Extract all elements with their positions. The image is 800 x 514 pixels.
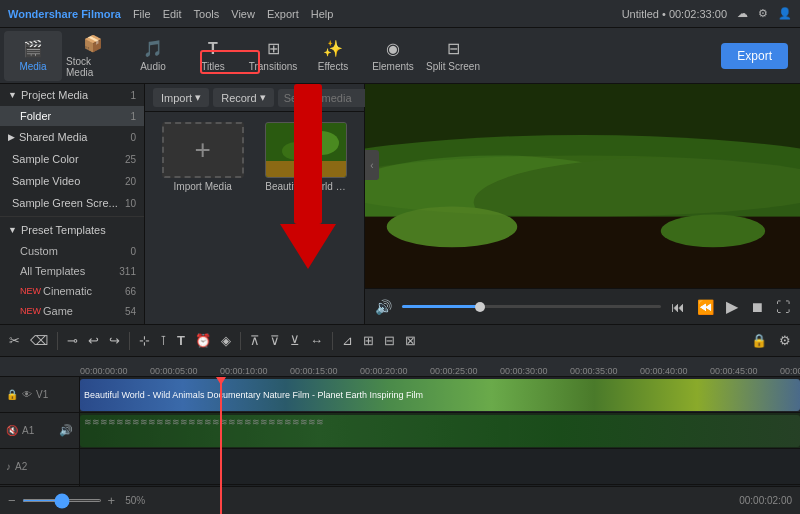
tl-speed[interactable]: ⊼ <box>247 331 263 350</box>
sidebar-item-game[interactable]: NEW Game 54 <box>0 301 144 321</box>
menu-help[interactable]: Help <box>311 8 334 20</box>
stop-button[interactable]: ⏹ <box>748 297 766 317</box>
tl-transition[interactable]: ⊿ <box>339 331 356 350</box>
record-button[interactable]: Record ▾ <box>213 88 273 107</box>
track-eye-icon[interactable]: 👁 <box>22 389 32 400</box>
shared-media-label: Shared Media <box>19 131 88 143</box>
playhead[interactable] <box>220 377 222 514</box>
sidebar-shared-media[interactable]: ▶ Shared Media 0 <box>0 126 144 148</box>
import-media-item[interactable]: + Import Media <box>155 122 251 192</box>
import-button[interactable]: Import ▾ <box>153 88 209 107</box>
video-thumb: ▶ ✓ <box>265 122 347 178</box>
zoom-slider[interactable] <box>22 499 102 502</box>
menu-edit[interactable]: Edit <box>163 8 182 20</box>
collapse-tab[interactable]: ‹ <box>365 150 379 180</box>
tl-select[interactable]: ⊹ <box>136 331 153 350</box>
video-clip[interactable]: Beautiful World - Wild Animals Documenta… <box>80 379 800 411</box>
track-lock-icon[interactable]: 🔒 <box>6 389 18 400</box>
play-button[interactable]: ▶ <box>724 295 740 318</box>
tl-audio-detach[interactable]: ⊻ <box>287 331 303 350</box>
toolbar-effects[interactable]: ✨ Effects <box>304 31 362 81</box>
sidebar-sample-video[interactable]: Sample Video 20 <box>0 170 144 192</box>
sidebar-item-cinematic[interactable]: NEW Cinematic 66 <box>0 281 144 301</box>
tl-zoom-out[interactable]: − <box>8 493 16 508</box>
tl-time[interactable]: ⏰ <box>192 331 214 350</box>
sidebar-item-all-templates[interactable]: All Templates 311 <box>0 261 144 281</box>
sidebar-preset-templates[interactable]: ▼ Preset Templates <box>0 219 144 241</box>
tl-pip[interactable]: ⊞ <box>360 331 377 350</box>
tl-marker[interactable]: ◈ <box>218 331 234 350</box>
tl-lock[interactable]: 🔒 <box>748 331 770 350</box>
project-media-label: Project Media <box>21 89 88 101</box>
user-icon[interactable]: 👤 <box>778 7 792 20</box>
preview-progress[interactable] <box>402 305 661 308</box>
audio-waveform: ≋≋≋≋≋≋≋≋≋≋≋≋≋≋≋≋≋≋≋≋≋≋≋≋≋≋≋≋≋≋ <box>80 417 328 427</box>
sidebar-divider <box>0 216 144 217</box>
record-chevron-icon: ▾ <box>260 91 266 104</box>
menu-view[interactable]: View <box>231 8 255 20</box>
window-title: Untitled • 00:02:33:00 <box>622 8 727 20</box>
all-templates-count: 311 <box>119 266 136 277</box>
timeline-toolbar: ✂ ⌫ ⊸ ↩ ↪ ⊹ ⊺ T ⏰ ◈ ⊼ ⊽ ⊻ ↔ ⊿ ⊞ ⊟ ⊠ 🔒 ⚙ <box>0 325 800 357</box>
preview-video <box>365 84 800 288</box>
tl-magnet[interactable]: ⊸ <box>64 331 81 350</box>
track-audio-icon[interactable]: 🔇 <box>6 425 18 436</box>
arrow-icon6: ▼ <box>8 225 17 235</box>
tl-freeze[interactable]: ⊠ <box>402 331 419 350</box>
track-header-video: 🔒 👁 V1 <box>0 377 79 413</box>
sample-green-count: 10 <box>125 198 136 209</box>
title-bar-right: Untitled • 00:02:33:00 ☁ ⚙ 👤 <box>622 7 792 20</box>
tl-crop[interactable]: ⊽ <box>267 331 283 350</box>
export-button[interactable]: Export <box>721 43 788 69</box>
menu-file[interactable]: File <box>133 8 151 20</box>
track-volume-icon[interactable]: 🔊 <box>59 424 73 437</box>
audio-icon: 🎵 <box>143 39 163 58</box>
tl-group[interactable]: ↔ <box>307 331 326 350</box>
track-music-icon[interactable]: ♪ <box>6 461 11 472</box>
toolbar-audio[interactable]: 🎵 Audio <box>124 31 182 81</box>
video-media-item[interactable]: ▶ ✓ Beautiful World - Wild A... <box>259 122 355 192</box>
tl-delete[interactable]: ⌫ <box>27 331 51 350</box>
fullscreen-button[interactable]: ⛶ <box>774 297 792 317</box>
toolbar-transitions[interactable]: ⊞ Transitions <box>244 31 302 81</box>
sidebar-sample-green[interactable]: Sample Green Scre... 10 <box>0 192 144 214</box>
toolbar-stock-media[interactable]: 📦 Stock Media <box>64 31 122 81</box>
tl-undo[interactable]: ↩ <box>85 331 102 350</box>
tl-clone[interactable]: ⊟ <box>381 331 398 350</box>
tl-blade-tool[interactable]: ✂ <box>6 331 23 350</box>
toolbar-media[interactable]: 🎬 Media <box>4 31 62 81</box>
volume-button[interactable]: 🔊 <box>373 297 394 317</box>
menu-export[interactable]: Export <box>267 8 299 20</box>
sidebar-project-media[interactable]: ▼ Project Media 1 <box>0 84 144 106</box>
tl-text[interactable]: T <box>174 331 188 350</box>
tl-zoom-in[interactable]: + <box>108 493 116 508</box>
rewind-button[interactable]: ⏮ <box>669 297 687 317</box>
audio-clip[interactable]: ≋≋≋≋≋≋≋≋≋≋≋≋≋≋≋≋≋≋≋≋≋≋≋≋≋≋≋≋≋≋ <box>80 415 800 447</box>
sidebar-item-custom[interactable]: Custom 0 <box>0 241 144 261</box>
menu-tools[interactable]: Tools <box>194 8 220 20</box>
sidebar-sample-color[interactable]: Sample Color 25 <box>0 148 144 170</box>
media-panel-header: Import ▾ Record ▾ ▽ ⊞ <box>145 84 364 112</box>
sample-color-count: 25 <box>125 154 136 165</box>
step-back-button[interactable]: ⏪ <box>695 297 716 317</box>
toolbar-elements[interactable]: ◉ Elements <box>364 31 422 81</box>
svg-point-2 <box>282 142 310 160</box>
toolbar-titles[interactable]: T Titles <box>184 31 242 81</box>
sidebar-item-folder[interactable]: Folder 1 <box>0 106 144 126</box>
tl-redo[interactable]: ↪ <box>106 331 123 350</box>
tl-settings[interactable]: ⚙ <box>776 331 794 350</box>
music-track-row <box>80 449 800 485</box>
folder-count: 1 <box>130 111 136 122</box>
toolbar-titles-label: Titles <box>201 61 225 72</box>
tl-razor[interactable]: ⊺ <box>157 331 170 350</box>
zoom-level: 50% <box>125 495 145 506</box>
track-v1-label: V1 <box>36 389 48 400</box>
toolbar-split-screen[interactable]: ⊟ Split Screen <box>424 31 482 81</box>
preview-progress-fill <box>402 305 480 308</box>
settings-icon[interactable]: ⚙ <box>758 7 768 20</box>
toolbar-audio-label: Audio <box>140 61 166 72</box>
game-count: 54 <box>125 306 136 317</box>
game-label: Game <box>43 305 73 317</box>
all-templates-label: All Templates <box>20 265 85 277</box>
app-logo: Wondershare Filmora <box>8 8 121 20</box>
